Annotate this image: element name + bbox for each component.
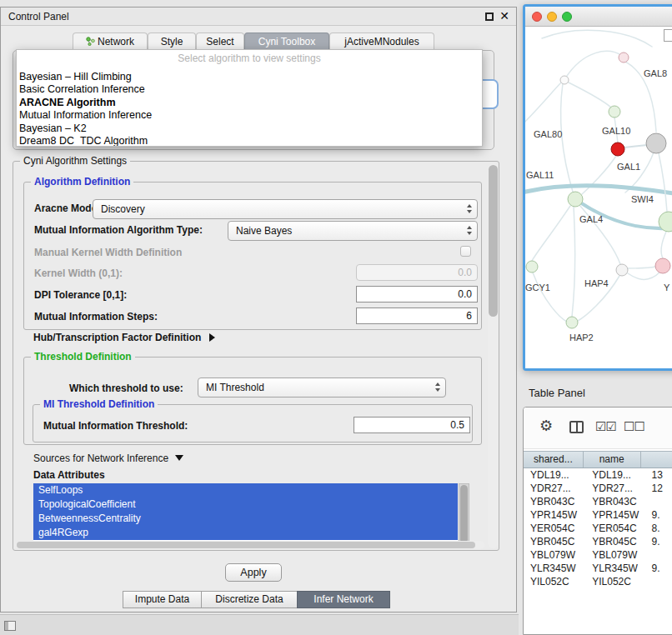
- float-panel-icon[interactable]: [485, 12, 494, 21]
- algorithm-option[interactable]: Basic Correlation Inference: [17, 83, 482, 96]
- node-label: GAL4: [579, 214, 603, 224]
- hub-section-toggle[interactable]: Hub/Transcription Factor Definition: [33, 332, 215, 344]
- network-node[interactable]: [619, 52, 629, 62]
- table-row[interactable]: YIL052CYIL052C: [524, 575, 672, 588]
- algorithm-option[interactable]: Dream8 DC_TDC Algorithm: [17, 135, 482, 147]
- table-row[interactable]: YDL19...YDL19...13: [524, 468, 672, 482]
- which-threshold-select[interactable]: MI Threshold: [198, 378, 446, 398]
- table-panel-title: Table Panel: [529, 387, 585, 399]
- aracne-mode-select[interactable]: Discovery: [93, 199, 478, 219]
- network-node[interactable]: [616, 264, 628, 276]
- table-row[interactable]: YLR345WYLR345W9.: [524, 562, 672, 575]
- network-edge[interactable]: [533, 272, 567, 322]
- scrollbar-thumb[interactable]: [17, 542, 475, 548]
- tab-network[interactable]: Network: [73, 32, 148, 50]
- close-window-icon[interactable]: [532, 12, 542, 22]
- tab-style[interactable]: Style: [148, 32, 196, 50]
- mi-threshold-group-title: MI Threshold Definition: [40, 398, 158, 410]
- select-all-checkboxes-icon[interactable]: ☑☑: [595, 419, 616, 434]
- restore-panel-icon[interactable]: [4, 621, 16, 631]
- table-cell: YBL079W: [524, 548, 585, 562]
- network-edge[interactable]: [525, 82, 562, 128]
- network-edge[interactable]: [532, 206, 570, 261]
- attribute-item[interactable]: BetweennessCentrality: [33, 512, 458, 526]
- network-edge[interactable]: [624, 145, 647, 148]
- table-row[interactable]: YBR043CYBR043C: [524, 495, 672, 508]
- table-cell: [645, 575, 672, 588]
- which-threshold-value: MI Threshold: [206, 382, 264, 393]
- hub-section-label: Hub/Transcription Factor Definition: [33, 332, 201, 343]
- network-node[interactable]: [560, 76, 569, 84]
- algorithm-option[interactable]: Bayesian – K2: [17, 122, 482, 135]
- deselect-all-checkboxes-icon[interactable]: ☐☐: [624, 419, 644, 434]
- tab-infer-network[interactable]: Infer Network: [297, 591, 390, 608]
- mi-algorithm-type-select[interactable]: Naive Bayes: [228, 221, 478, 241]
- network-edge[interactable]: [567, 82, 612, 108]
- close-panel-icon[interactable]: ✕: [499, 9, 509, 22]
- minimize-window-icon[interactable]: [547, 12, 557, 22]
- zoom-window-icon[interactable]: [562, 12, 572, 22]
- attribute-item[interactable]: SelfLoops: [33, 483, 458, 498]
- network-edge[interactable]: [625, 267, 655, 268]
- node-label: GCY1: [525, 282, 550, 292]
- tab-cyni-toolbox[interactable]: Cyni Toolbox: [244, 32, 329, 50]
- network-edge[interactable]: [628, 272, 660, 279]
- network-edge[interactable]: [542, 30, 652, 47]
- network-edge[interactable]: [572, 207, 574, 317]
- table-row[interactable]: YPR145WYPR145W9.: [524, 508, 672, 522]
- apply-button[interactable]: Apply: [225, 563, 282, 582]
- tab-select[interactable]: Select: [196, 32, 244, 50]
- network-window-titlebar[interactable]: [525, 7, 672, 27]
- columns-icon[interactable]: [569, 421, 584, 433]
- network-node[interactable]: [566, 317, 578, 328]
- tab-label: Network: [98, 36, 134, 48]
- attribute-item[interactable]: gal4RGexp: [33, 526, 458, 540]
- column-header-name[interactable]: name: [584, 452, 641, 468]
- tab-impute-data[interactable]: Impute Data: [123, 591, 202, 608]
- table-cell: YPR145W: [524, 508, 585, 522]
- table-row[interactable]: YBL079WYBL079W: [524, 548, 672, 562]
- mi-steps-field[interactable]: 6: [356, 308, 478, 324]
- gear-icon[interactable]: ⚙: [539, 417, 553, 435]
- table-row[interactable]: YER054CYER054C8.: [524, 522, 672, 535]
- algorithm-option[interactable]: Bayesian – Hill Climbing: [17, 71, 482, 83]
- table-cell: YBR043C: [585, 495, 644, 508]
- column-header-shared[interactable]: shared...: [524, 452, 584, 468]
- scrollbar-thumb[interactable]: [460, 485, 468, 543]
- table-row[interactable]: YDR27...YDR27...12: [524, 482, 672, 495]
- scrollbar-thumb[interactable]: [489, 165, 498, 317]
- network-node[interactable]: [526, 261, 538, 272]
- algorithm-option[interactable]: Mutual Information Inference: [17, 109, 482, 122]
- table-cell: YDR27...: [524, 482, 585, 495]
- network-edge[interactable]: [565, 52, 622, 78]
- network-node[interactable]: [568, 192, 583, 207]
- settings-scrollbar[interactable]: [488, 163, 499, 548]
- network-edge[interactable]: [561, 83, 573, 192]
- network-node[interactable]: [609, 106, 620, 118]
- dpi-tolerance-field[interactable]: 0.0: [356, 286, 478, 302]
- network-node[interactable]: [655, 258, 670, 273]
- node-label: GAL80: [534, 129, 562, 139]
- manual-kernel-checkbox[interactable]: [460, 246, 471, 257]
- table-row[interactable]: YBR045CYBR045C9.: [524, 535, 672, 548]
- network-edge[interactable]: [659, 153, 667, 212]
- settings-horizontal-scrollbar[interactable]: [16, 541, 484, 549]
- algorithm-popup-list: Bayesian – Hill ClimbingBasic Correlatio…: [17, 71, 482, 147]
- network-canvas[interactable]: GAL8GAL80GAL10GAL11GAL1SWI4GAL4GCY1HAP4H…: [525, 27, 672, 368]
- network-tool-fragment[interactable]: [664, 29, 672, 42]
- tab-discretize-data[interactable]: Discretize Data: [201, 591, 298, 608]
- sources-section-toggle[interactable]: Sources for Network Inference: [33, 452, 183, 465]
- table-header: shared... name: [524, 451, 672, 468]
- column-header-extra[interactable]: [641, 452, 672, 468]
- network-edge[interactable]: [661, 232, 666, 258]
- table-panel-window: ⚙ ☑☑ ☐☐ shared... name YDL19...YDL19...1…: [523, 407, 672, 635]
- mi-threshold-field[interactable]: 0.5: [354, 417, 470, 433]
- attribute-item[interactable]: TopologicalCoefficient: [33, 498, 458, 512]
- network-node[interactable]: [611, 142, 624, 156]
- data-attributes-label: Data Attributes: [33, 469, 105, 482]
- attributes-list-scrollbar[interactable]: [459, 483, 469, 545]
- network-node[interactable]: [646, 133, 666, 153]
- kernel-width-field[interactable]: 0.0: [356, 264, 478, 281]
- tab-jactivemnodules[interactable]: jActiveMNodules: [329, 32, 434, 50]
- algorithm-option[interactable]: ARACNE Algorithm: [17, 97, 482, 109]
